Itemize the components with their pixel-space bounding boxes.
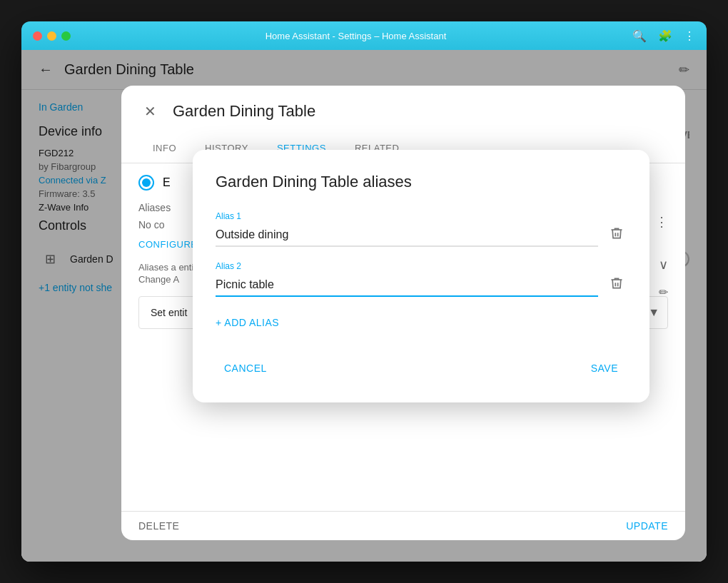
inline-edit-button[interactable]: ✏ bbox=[659, 285, 668, 299]
entity-dialog-footer: DELETE UPDATE bbox=[121, 511, 685, 540]
maximize-traffic-light[interactable] bbox=[61, 31, 71, 41]
more-icon[interactable]: ⋮ bbox=[684, 29, 695, 43]
entity-dialog-title: Garden Dining Table bbox=[173, 102, 315, 121]
tab-info[interactable]: INFO bbox=[138, 134, 191, 163]
pencil-icon: ✏ bbox=[659, 286, 668, 298]
more-options-button[interactable]: ⋮ bbox=[655, 214, 668, 230]
save-button[interactable]: SAVE bbox=[582, 357, 627, 380]
entity-dialog-header: ✕ Garden Dining Table bbox=[121, 86, 685, 123]
entity-dialog-close-button[interactable]: ✕ bbox=[138, 100, 161, 123]
alias-1-label: Alias 1 bbox=[216, 211, 598, 221]
alias-input-wrapper-1: Alias 1 bbox=[216, 211, 598, 247]
radio-inner bbox=[142, 178, 151, 187]
more-vert-icon: ⋮ bbox=[655, 215, 668, 229]
expand-button[interactable]: ∨ bbox=[659, 257, 668, 273]
chevron-down-icon: ∨ bbox=[659, 258, 668, 272]
aliases-dialog: Garden Dining Table aliases Alias 1 bbox=[193, 150, 649, 402]
alias-1-input[interactable] bbox=[216, 224, 598, 247]
alias-2-label: Alias 2 bbox=[216, 261, 598, 271]
add-alias-button[interactable]: + ADD ALIAS bbox=[216, 311, 627, 334]
aliases-dialog-title: Garden Dining Table aliases bbox=[216, 173, 627, 191]
entity-radio[interactable] bbox=[138, 175, 154, 191]
alias-2-delete-button[interactable] bbox=[607, 273, 627, 297]
search-icon[interactable]: 🔍 bbox=[632, 29, 647, 43]
alias-row-2: Alias 2 bbox=[216, 261, 627, 297]
alias-row-1: Alias 1 bbox=[216, 211, 627, 247]
title-bar: Home Assistant - Settings – Home Assista… bbox=[21, 21, 707, 50]
aliases-desc-start: Aliases a bbox=[138, 262, 176, 273]
browser-title: Home Assistant - Settings – Home Assista… bbox=[79, 31, 632, 41]
cancel-button[interactable]: CANCEL bbox=[216, 357, 275, 380]
entity-status-label: E bbox=[163, 176, 171, 189]
traffic-lights bbox=[33, 31, 71, 41]
minimize-traffic-light[interactable] bbox=[47, 31, 56, 41]
alias-2-input[interactable] bbox=[216, 274, 598, 297]
browser-window: Home Assistant - Settings – Home Assista… bbox=[21, 21, 707, 562]
aliases-dialog-footer: CANCEL SAVE bbox=[216, 351, 627, 380]
delete-button[interactable]: DELETE bbox=[138, 520, 179, 532]
main-content: ← Garden Dining Table ✏ In Garden Device… bbox=[21, 50, 707, 562]
extensions-icon[interactable]: 🧩 bbox=[658, 29, 672, 43]
update-button[interactable]: UPDATE bbox=[626, 520, 668, 532]
alias-1-delete-button[interactable] bbox=[607, 223, 627, 247]
close-traffic-light[interactable] bbox=[33, 31, 42, 41]
alias-input-wrapper-2: Alias 2 bbox=[216, 261, 598, 297]
browser-actions: 🔍 🧩 ⋮ bbox=[632, 29, 695, 43]
